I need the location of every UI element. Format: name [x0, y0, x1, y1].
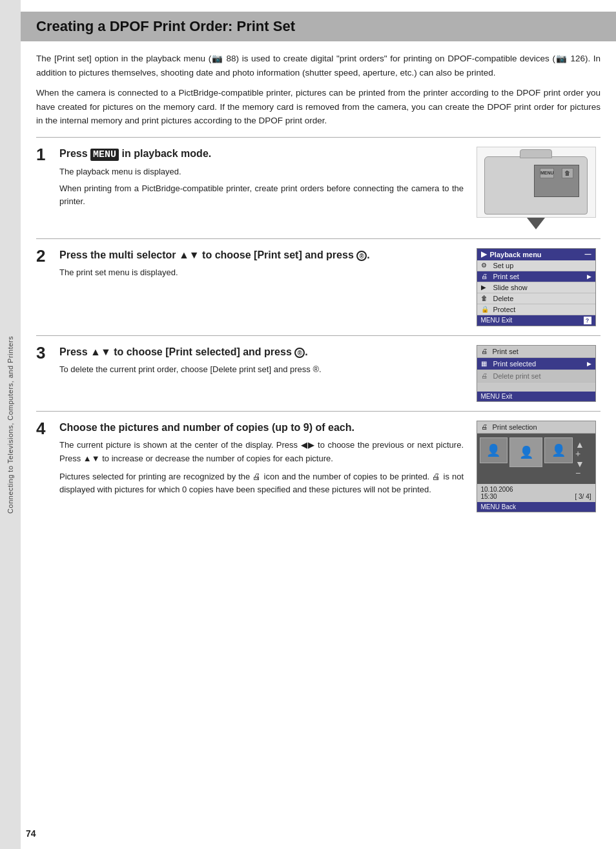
intro-paragraph-1: The [Print set] option in the playback m… [36, 52, 601, 79]
printset-arrow-icon: ▶ [587, 273, 591, 280]
printset-icon: 🖨 [481, 273, 490, 280]
step-1-row: 1 Press MENU in playback mode. The playb… [36, 147, 601, 229]
print-menu-header: 🖨 Print set [477, 346, 595, 358]
step-2-section: 2 Press the multi selector ▲▼ to choose … [36, 248, 601, 326]
menu-item-protect: 🔒 Protect [477, 304, 595, 315]
selection-date: 10.10.2006 [481, 486, 591, 493]
selection-image-center: 👤 [509, 437, 542, 467]
step-2-heading: Press the multi selector ▲▼ to choose [P… [59, 248, 464, 262]
selection-image-right: 👤 [544, 437, 573, 463]
step-4-body1: The current picture is shown at the cent… [59, 439, 464, 465]
print-set-header-icon: 🖨 [481, 348, 490, 355]
delete-icon: 🗑 [481, 295, 490, 302]
selection-time-count: 15:30 [ 3/ 4] [481, 493, 591, 500]
title-bar: Creating a DPOF Print Order: Print Set [21, 12, 616, 41]
print-selected-label: Print selected [493, 360, 537, 368]
selection-image-left: 👤 [480, 437, 508, 463]
step-3-row: 3 Press ▲▼ to choose [Print selected] an… [36, 345, 601, 402]
selection-title: Print selection [493, 423, 537, 431]
page-number: 74 [26, 828, 36, 839]
selection-time: 15:30 [481, 493, 497, 500]
selection-info: 10.10.2006 15:30 [ 3/ 4] [477, 484, 595, 502]
step-2-content: Press the multi selector ▲▼ to choose [P… [59, 248, 471, 280]
menu-dash: — [585, 251, 591, 258]
playback-menu-title: Playback menu [490, 251, 542, 258]
step-4-number: 4 [36, 419, 59, 438]
sidebar-label: Connecting to Televisions, Computers, an… [6, 336, 14, 514]
playback-menu-footer: MENU Exit ? [477, 315, 595, 326]
ok-button-icon-2: ® [294, 348, 305, 358]
minus-icon: ▼ − [575, 459, 590, 477]
menu-item-printset-label: Print set [493, 273, 519, 280]
page-title: Creating a DPOF Print Order: Print Set [36, 18, 601, 35]
camera-illustration: MENU 🗑 [477, 147, 596, 218]
step-4-body2: Pictures selected for printing are recog… [59, 470, 464, 496]
help-icon: ? [584, 317, 591, 324]
step-1-image: MENU 🗑 [471, 147, 601, 229]
selection-count: [ 3/ 4] [575, 493, 591, 500]
divider-4 [36, 411, 601, 412]
menu-button: MENU [540, 168, 554, 178]
ok-button-icon: ® [356, 251, 367, 261]
delete-print-set-label: Delete print set [493, 372, 541, 380]
selection-controls: ▲ + ▼ − [573, 437, 593, 480]
print-menu-footer: MENU Exit [477, 392, 595, 401]
print-selected-item: ▦ Print selected ▶ [477, 358, 595, 370]
step-3-number: 3 [36, 344, 59, 362]
step-3-content: Press ▲▼ to choose [Print selected] and … [59, 345, 471, 377]
selection-header-icon: 🖨 [481, 423, 490, 430]
protect-icon: 🔒 [481, 306, 490, 313]
menu-item-slideshow-label: Slide show [493, 284, 528, 291]
menu-item-printset: 🖨 Print set ▶ [477, 271, 595, 282]
step-1-number: 1 [36, 145, 59, 164]
selection-images-row: 👤 👤 👤 ▲ + ▼ − [477, 434, 595, 484]
divider-1 [36, 137, 601, 138]
intro-paragraph-2: When the camera is connected to a PictBr… [36, 86, 601, 128]
step-1-body2: When printing from a PictBridge-compatib… [59, 182, 464, 208]
menu-exit-label: MENU Exit [481, 317, 513, 324]
delete-print-set-icon: 🖨 [481, 372, 490, 379]
main-content: Creating a DPOF Print Order: Print Set T… [21, 0, 616, 530]
person-icon-right: 👤 [551, 443, 566, 457]
selection-back-label: MENU Back [481, 503, 516, 510]
step-1-heading: Press MENU in playback mode. [59, 147, 464, 162]
step-4-heading: Choose the pictures and number of copies… [59, 421, 464, 435]
step-3-section: 3 Press ▲▼ to choose [Print selected] an… [36, 345, 601, 402]
selection-header: 🖨 Print selection [477, 421, 595, 434]
print-selected-icon: ▦ [481, 360, 490, 367]
divider-3 [36, 335, 601, 336]
step-4-content: Choose the pictures and number of copies… [59, 421, 471, 496]
plus-icon: ▲ + [575, 440, 590, 458]
trash-button: 🗑 [562, 168, 573, 178]
play-icon [481, 251, 488, 258]
step-2-number: 2 [36, 247, 59, 266]
step-1-content: Press MENU in playback mode. The playbac… [59, 147, 471, 208]
slideshow-icon: ▶ [481, 284, 490, 291]
step-4-image: 🖨 Print selection 👤 👤 [471, 421, 601, 512]
step-4-section: 4 Choose the pictures and number of copi… [36, 421, 601, 512]
menu-item-delete-label: Delete [493, 295, 514, 302]
step-1-body1: The playback menu is displayed. [59, 165, 464, 178]
playback-menu-header: Playback menu — [477, 249, 595, 260]
playback-menu-screen: Playback menu — ⚙ Set up 🖨 Print set ▶ ▶ [477, 248, 596, 326]
divider-2 [36, 238, 601, 239]
sidebar: Connecting to Televisions, Computers, an… [0, 0, 21, 849]
menu-item-setup: ⚙ Set up [477, 260, 595, 271]
menu-item-slideshow: ▶ Slide show [477, 282, 595, 293]
print-selected-arrow-icon: ▶ [587, 361, 591, 367]
camera-body: MENU 🗑 [484, 156, 588, 215]
step-2-body: The print set menu is displayed. [59, 266, 464, 279]
menu-item-delete: 🗑 Delete [477, 293, 595, 304]
trash-icon: 🗑 [564, 170, 570, 176]
step-3-image: 🖨 Print set ▦ Print selected ▶ 🖨 Delete … [471, 345, 601, 402]
print-selection-screen: 🖨 Print selection 👤 👤 [477, 421, 596, 512]
camera-screen: MENU 🗑 [534, 165, 579, 197]
delete-print-set-item: 🖨 Delete print set [477, 370, 595, 383]
print-menu-exit-label: MENU Exit [481, 393, 513, 400]
print-set-menu-screen: 🖨 Print set ▦ Print selected ▶ 🖨 Delete … [477, 345, 596, 402]
step-2-row: 2 Press the multi selector ▲▼ to choose … [36, 248, 601, 326]
step-3-body: To delete the current print order, choos… [59, 363, 464, 376]
step-3-heading: Press ▲▼ to choose [Print selected] and … [59, 345, 464, 359]
camera-bump [520, 149, 552, 158]
person-icon-center: 👤 [519, 445, 533, 459]
